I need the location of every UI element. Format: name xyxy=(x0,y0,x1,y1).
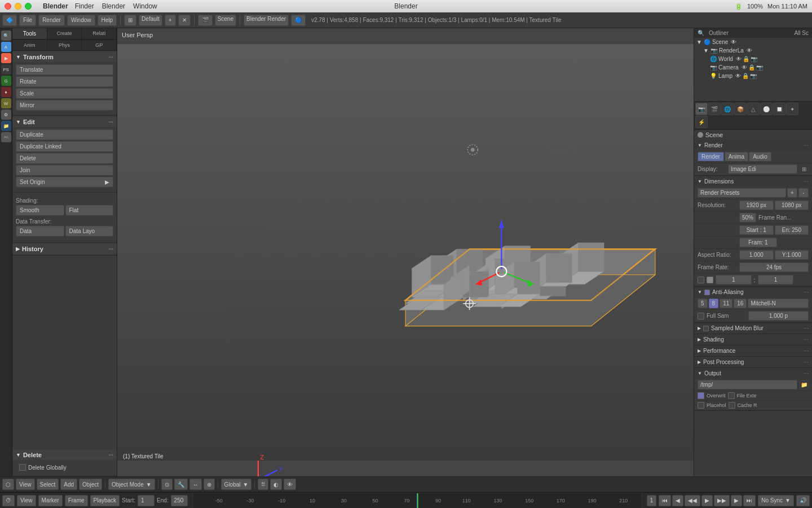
render-tab-render[interactable]: Render xyxy=(698,152,724,161)
output-path[interactable]: /tmp/ xyxy=(698,380,797,389)
edit-header[interactable]: ▼ Edit ··· xyxy=(12,117,117,127)
render-tab-anim[interactable]: Anima xyxy=(725,152,748,161)
dock-icon-finder[interactable]: 🔍 xyxy=(1,30,11,41)
aa-header[interactable]: ▼ Anti-Aliasing ··· xyxy=(694,287,812,297)
lock-icon-world[interactable]: 🔒 xyxy=(743,56,749,62)
output-header[interactable]: ▼ Output ··· xyxy=(694,368,812,379)
presets-add[interactable]: + xyxy=(787,188,797,198)
overwrite-cb[interactable] xyxy=(698,392,704,399)
dock-icon-6[interactable]: W xyxy=(1,98,11,108)
dock-icon-1[interactable]: A xyxy=(1,42,11,52)
minimize-button[interactable] xyxy=(15,3,21,10)
delete-header[interactable]: ▼ Delete ··· xyxy=(12,450,117,460)
vt-view-btn[interactable]: View xyxy=(16,479,35,490)
timeline-end-val[interactable]: 250 xyxy=(171,495,188,506)
dock-icon-7[interactable]: ⚙ xyxy=(1,110,11,120)
layout-close[interactable]: ✕ xyxy=(178,15,191,26)
timeline-view-btn[interactable]: View xyxy=(17,495,36,506)
aa-checkbox[interactable] xyxy=(704,290,710,295)
timeline-frame-btn[interactable]: Frame xyxy=(65,495,88,506)
render-section-header[interactable]: ▼ Render ··· xyxy=(694,140,812,151)
layout-add[interactable]: + xyxy=(165,15,176,26)
tab-animation[interactable]: Anim xyxy=(12,40,47,50)
mb-checkbox[interactable] xyxy=(703,326,709,331)
dock-icon-9[interactable]: 🎮 xyxy=(1,132,11,142)
scene-icon-btn[interactable]: 🎬 xyxy=(198,15,213,26)
viewport[interactable]: User Persp xyxy=(117,28,694,476)
frame-start[interactable]: Start : 1 xyxy=(739,225,774,235)
eye-icon-world[interactable]: 👁 xyxy=(736,56,742,62)
pb-next-frame[interactable]: ▶ xyxy=(731,495,742,506)
dock-icon-3[interactable]: PS xyxy=(1,64,11,75)
vt-transform-btn[interactable]: ↔ xyxy=(189,479,202,490)
rotate-btn[interactable]: Rotate xyxy=(16,76,113,87)
delete-btn[interactable]: Delete xyxy=(16,153,113,164)
timeline-playback-btn[interactable]: Playback xyxy=(90,495,120,506)
frame-remap-2[interactable]: 1 xyxy=(758,275,794,284)
engine-select[interactable]: Blender Render xyxy=(244,15,289,26)
menu-window[interactable]: Window xyxy=(67,15,95,26)
vt-manipulator-btn[interactable]: ⊕ xyxy=(204,479,215,490)
close-button[interactable] xyxy=(5,3,11,10)
flat-btn[interactable]: Flat xyxy=(65,205,114,216)
menu-window[interactable]: Window xyxy=(133,2,157,10)
outliner-scene[interactable]: ▼ 🔵 Scene 👁 xyxy=(694,38,812,46)
outliner-renderla[interactable]: ▼ 📷 RenderLa 👁 xyxy=(694,46,812,55)
timeline-start-val[interactable]: 1 xyxy=(138,495,155,506)
data-btn[interactable]: Data xyxy=(16,226,64,237)
translate-btn[interactable]: Translate xyxy=(16,64,113,75)
res-width[interactable]: 1920 px xyxy=(739,200,774,210)
vt-object-btn[interactable]: Object xyxy=(79,479,102,490)
tab-physics[interactable]: Phys xyxy=(47,40,82,50)
outliner-world[interactable]: 🌐 World 👁 🔒 📷 xyxy=(694,55,812,63)
prop-icon-world[interactable]: 🌐 xyxy=(721,103,734,115)
performance-header[interactable]: ▶ Performance ··· xyxy=(694,345,812,356)
full-sam-cb[interactable] xyxy=(698,313,704,319)
prop-icon-phys[interactable]: ⚡ xyxy=(695,116,708,128)
motion-blur-header[interactable]: ▶ Sampled Motion Blur ··· xyxy=(694,323,812,334)
menu-render[interactable]: Render xyxy=(38,15,65,26)
eye-icon-lamp[interactable]: 👁 xyxy=(735,73,741,79)
vt-snap-btn[interactable]: 🔧 xyxy=(174,479,188,490)
lock-icon-lamp[interactable]: 🔒 xyxy=(742,73,749,79)
vt-pivot-btn[interactable]: ⊙ xyxy=(161,479,173,490)
dock-icon-4[interactable]: G xyxy=(1,76,11,86)
outliner-lamp[interactable]: 💡 Lamp 👁 🔒 📷 xyxy=(694,72,812,80)
blender-icon-btn[interactable]: 🔷 xyxy=(2,15,17,26)
pb-prev-frame[interactable]: ◀ xyxy=(672,495,683,506)
pb-play-back[interactable]: ◀◀ xyxy=(685,495,700,506)
placeholder-cb[interactable] xyxy=(698,402,704,409)
display-value[interactable]: Image Edi xyxy=(728,164,797,174)
render-icon-world[interactable]: 📷 xyxy=(751,56,757,62)
timeline-marker-btn[interactable]: Marker xyxy=(38,495,63,506)
eye-icon-camera[interactable]: 👁 xyxy=(742,64,747,71)
presets-dropdown[interactable]: Render Presets xyxy=(698,188,786,198)
percent-value[interactable]: 50% xyxy=(739,213,756,222)
tab-relations[interactable]: Relati xyxy=(82,28,117,39)
vt-layer-btn[interactable]: ⠿ xyxy=(258,479,268,490)
duplicate-btn[interactable]: Duplicate xyxy=(16,129,113,140)
frame-current[interactable]: Fram: 1 xyxy=(739,238,777,247)
dimensions-header[interactable]: ▼ Dimensions ··· xyxy=(694,176,812,187)
pb-jump-start[interactable]: ⏮ xyxy=(659,495,671,506)
output-folder-icon[interactable]: 📁 xyxy=(800,380,809,389)
tab-tools[interactable]: Tools xyxy=(12,28,47,39)
full-sam-val[interactable]: 1.000 p xyxy=(748,311,809,321)
menu-blender[interactable]: Blender xyxy=(102,2,125,10)
timeline-current-frame[interactable]: 1 xyxy=(647,495,657,506)
vt-add-btn[interactable]: Add xyxy=(60,479,77,490)
prop-icon-render[interactable]: 📷 xyxy=(695,103,708,115)
delete-globally-checkbox[interactable] xyxy=(19,464,26,471)
pb-jump-end[interactable]: ⏭ xyxy=(743,495,756,506)
aspect-y[interactable]: Y:1.000 xyxy=(775,250,809,260)
menu-help[interactable]: Help xyxy=(98,15,117,26)
render-tab-audio[interactable]: Audio xyxy=(749,152,771,161)
sync-dropdown[interactable]: No Sync ▼ xyxy=(758,495,794,506)
frame-end[interactable]: En: 250 xyxy=(775,225,809,235)
pb-play-forward[interactable]: ▶▶ xyxy=(714,495,730,506)
tab-grease[interactable]: GP xyxy=(82,40,117,50)
prop-icon-part[interactable]: ✦ xyxy=(786,103,798,115)
dock-icon-8[interactable]: 📁 xyxy=(1,121,11,131)
traffic-lights[interactable] xyxy=(5,3,32,10)
res-height[interactable]: 1080 px xyxy=(775,200,809,210)
